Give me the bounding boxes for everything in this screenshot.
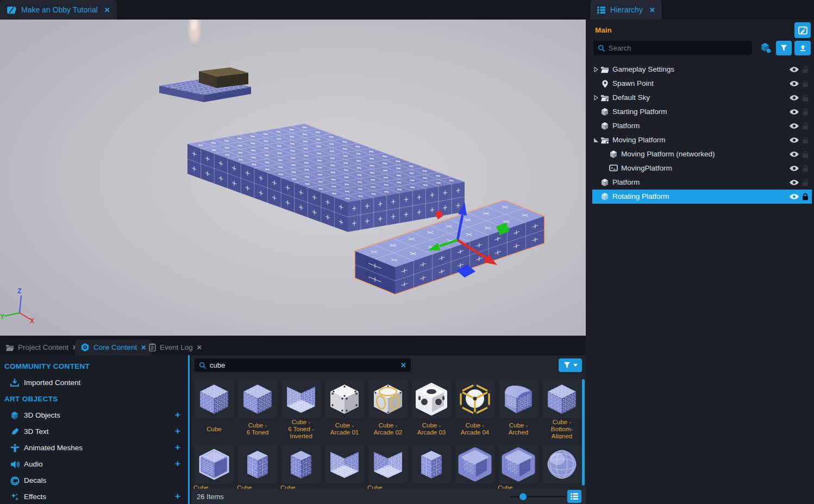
- asset-thumbnail[interactable]: [542, 444, 581, 483]
- asset-thumbnail[interactable]: [412, 379, 451, 418]
- asset-tile-cube-arcade-01[interactable]: Cube -Arcade 01: [325, 379, 364, 439]
- asset-tile-cube-bottom-aligned[interactable]: Cube -Bottom-Aligned: [542, 379, 581, 439]
- sidebar-item-effects[interactable]: Effects+: [0, 489, 188, 504]
- tab-event-log[interactable]: Event Log✕: [143, 339, 208, 355]
- asset-thumbnail[interactable]: [368, 444, 408, 483]
- lock-icon[interactable]: [802, 122, 809, 130]
- visibility-eye-icon[interactable]: [789, 123, 799, 129]
- hierarchy-row[interactable]: Default Sky: [592, 91, 812, 105]
- tab-hierarchy[interactable]: Hierarchy ✕: [590, 0, 662, 20]
- expand-arrow-icon[interactable]: [593, 95, 599, 100]
- hierarchy-row[interactable]: MovingPlatform: [592, 161, 812, 175]
- asset-tile-cube-arched[interactable]: Cube -Arched: [499, 379, 538, 439]
- asset-thumbnail[interactable]: [499, 379, 538, 418]
- content-scrollbar[interactable]: [582, 379, 585, 486]
- asset-tile-cube-6-toned[interactable]: Cube -6 Toned: [238, 379, 277, 439]
- content-search-input[interactable]: [210, 361, 395, 369]
- asset-tile[interactable]: [455, 444, 494, 489]
- asset-thumbnail[interactable]: [195, 444, 234, 483]
- lock-icon[interactable]: [802, 80, 809, 88]
- asset-tile-cube-arcade-02[interactable]: Cube -Arcade 02: [368, 379, 408, 439]
- lock-icon[interactable]: [802, 150, 809, 159]
- asset-thumbnail[interactable]: [325, 444, 364, 483]
- lock-icon[interactable]: [802, 136, 809, 144]
- asset-thumbnail[interactable]: [281, 444, 321, 483]
- add-icon[interactable]: +: [175, 410, 180, 420]
- asset-thumbnail[interactable]: [238, 379, 277, 418]
- asset-tile-cube[interactable]: Cube: [368, 444, 408, 489]
- hierarchy-row[interactable]: Spawn Point: [592, 77, 812, 91]
- sidebar-item-audio[interactable]: Audio+: [0, 456, 188, 472]
- asset-thumbnail[interactable]: [455, 444, 494, 483]
- hierarchy-filter-button[interactable]: [776, 41, 792, 55]
- sidebar-item-3d-text[interactable]: 3D Text+: [0, 424, 188, 440]
- add-icon[interactable]: +: [175, 458, 180, 469]
- visibility-eye-icon[interactable]: [789, 151, 799, 158]
- thumbnail-size-slider-thumb[interactable]: [519, 493, 527, 500]
- cube-filter-icon[interactable]: [760, 42, 772, 53]
- content-filter-button[interactable]: [559, 358, 582, 372]
- expand-arrow-icon[interactable]: [593, 67, 599, 72]
- asset-thumbnail[interactable]: [238, 444, 277, 483]
- asset-tile-cube[interactable]: Cube: [281, 444, 321, 489]
- lock-icon[interactable]: [802, 94, 809, 102]
- hierarchy-row[interactable]: Moving Platform: [592, 133, 812, 147]
- view-mode-button[interactable]: [567, 490, 581, 503]
- hierarchy-row[interactable]: Gameplay Settings: [592, 62, 812, 77]
- asset-tile-cube-arcade-04[interactable]: Cube -Arcade 04: [455, 379, 494, 439]
- close-icon[interactable]: ✕: [649, 6, 655, 14]
- lock-icon[interactable]: [802, 108, 809, 116]
- asset-thumbnail[interactable]: [542, 379, 581, 418]
- 3d-viewport[interactable]: Z Y X: [0, 20, 586, 336]
- publish-upload-button[interactable]: [794, 41, 811, 55]
- asset-tile-cube[interactable]: Cube: [195, 379, 234, 439]
- hierarchy-search-input[interactable]: [609, 44, 748, 52]
- expanded-arrow-icon[interactable]: [593, 137, 599, 143]
- lock-icon[interactable]: [802, 66, 809, 74]
- close-icon[interactable]: ✕: [104, 6, 110, 14]
- asset-tile[interactable]: [325, 444, 364, 489]
- asset-tile[interactable]: [542, 444, 581, 489]
- add-icon[interactable]: +: [175, 426, 180, 437]
- asset-thumbnail[interactable]: [325, 379, 364, 418]
- visibility-eye-icon[interactable]: [789, 94, 799, 101]
- scene-canvas[interactable]: Z Y X: [0, 20, 586, 336]
- hierarchy-row[interactable]: Rotating Platform: [592, 190, 812, 204]
- asset-tile-cube-6-toned-inverted[interactable]: Cube -6 Toned -Inverted: [281, 379, 321, 439]
- visibility-eye-icon[interactable]: [789, 137, 799, 143]
- asset-thumbnail[interactable]: [455, 379, 494, 418]
- clear-search-icon[interactable]: ✕: [400, 361, 406, 369]
- tab-core-content[interactable]: Core Content✕: [75, 339, 152, 355]
- visibility-eye-icon[interactable]: [789, 80, 799, 87]
- asset-thumbnail[interactable]: [368, 379, 408, 418]
- asset-tile-cube-arcade-03[interactable]: Cube -Arcade 03: [412, 379, 451, 439]
- close-icon[interactable]: ✕: [197, 344, 202, 351]
- hierarchy-row[interactable]: Moving Platform (networked): [592, 147, 812, 161]
- tab-project-content[interactable]: Project Content✕: [0, 339, 83, 355]
- visibility-eye-icon[interactable]: [789, 193, 799, 200]
- asset-tile-cube[interactable]: Cube: [238, 444, 277, 489]
- asset-thumbnail[interactable]: [499, 444, 538, 483]
- hierarchy-row[interactable]: Starting Platform: [592, 105, 812, 119]
- asset-tile[interactable]: [412, 444, 451, 489]
- lock-icon[interactable]: [802, 193, 809, 201]
- sidebar-item-3d-objects[interactable]: 3D Objects+: [0, 407, 188, 424]
- thumbnail-size-slider-track[interactable]: [510, 496, 566, 497]
- visibility-eye-icon[interactable]: [789, 66, 799, 73]
- add-icon[interactable]: +: [175, 442, 180, 453]
- sidebar-item-imported-content[interactable]: Imported Content: [0, 375, 188, 391]
- asset-thumbnail[interactable]: [281, 379, 321, 418]
- visibility-eye-icon[interactable]: [789, 165, 799, 172]
- content-search-box[interactable]: ✕: [195, 358, 411, 372]
- asset-thumbnail[interactable]: [412, 444, 451, 483]
- add-icon[interactable]: +: [175, 491, 180, 502]
- lock-icon[interactable]: [802, 165, 809, 173]
- visibility-eye-icon[interactable]: [789, 179, 799, 186]
- open-scene-button[interactable]: [794, 22, 811, 38]
- hierarchy-search-box[interactable]: [593, 41, 752, 55]
- sidebar-item-animated-meshes[interactable]: Animated Meshes+: [0, 440, 188, 456]
- asset-tile-cube[interactable]: Cube: [195, 444, 234, 489]
- asset-thumbnail[interactable]: [195, 379, 234, 418]
- doc-tab-make-an-obby-tutorial[interactable]: Make an Obby Tutorial ✕: [0, 0, 117, 20]
- sidebar-item-decals[interactable]: Decals: [0, 472, 188, 489]
